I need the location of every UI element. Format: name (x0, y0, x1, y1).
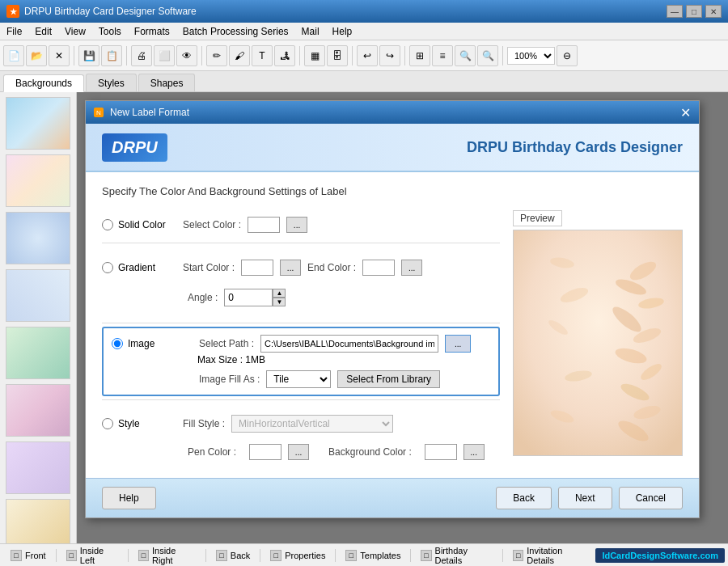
menu-edit[interactable]: Edit (28, 23, 58, 40)
gradient-color-fields: Start Color : ... End Color : ... (183, 260, 500, 276)
status-back[interactable]: □ Back (209, 547, 257, 564)
toolbar-align[interactable]: ≡ (432, 45, 453, 66)
sidebar-thumb-2[interactable] (6, 154, 70, 207)
gradient-start-color-box[interactable] (241, 260, 273, 276)
zoom-select[interactable]: 100% (507, 47, 555, 65)
minimize-button[interactable]: — (667, 5, 683, 18)
tab-styles[interactable]: Styles (86, 74, 137, 91)
toolbar-undo[interactable]: ↩ (357, 45, 378, 66)
toolbar-text[interactable]: T (252, 45, 273, 66)
solid-color-radio-label[interactable]: Solid Color (102, 219, 183, 230)
gradient-start-browse[interactable]: ... (280, 260, 301, 276)
toolbar-pencil[interactable]: ✏ (206, 45, 227, 66)
toolbar-zoom-out[interactable]: 🔍 (477, 45, 498, 66)
image-section: Image Select Path : ... Max Size : 1MB (102, 327, 500, 396)
status-front[interactable]: □ Front (3, 547, 53, 564)
toolbar-new[interactable]: 📄 (3, 45, 24, 66)
help-button[interactable]: Help (102, 487, 156, 509)
pen-color-box[interactable] (249, 444, 281, 460)
inside-right-icon: □ (138, 550, 149, 561)
toolbar-paint[interactable]: 🖌 (229, 45, 250, 66)
bg-color-box[interactable] (425, 444, 457, 460)
status-templates[interactable]: □ Templates (338, 547, 408, 564)
solid-color-box[interactable] (248, 217, 280, 233)
menu-formats[interactable]: Formats (128, 23, 176, 40)
sidebar-thumb-5[interactable] (6, 327, 70, 379)
menu-batch[interactable]: Batch Processing Series (176, 23, 295, 40)
properties-icon: □ (270, 550, 281, 561)
toolbar-print[interactable]: 🖨 (131, 45, 152, 66)
gradient-end-browse[interactable]: ... (401, 260, 422, 276)
path-input[interactable] (260, 335, 438, 353)
fill-style-label: Fill Style : (183, 418, 225, 429)
menu-tools[interactable]: Tools (92, 23, 128, 40)
angle-down-button[interactable]: ▼ (273, 298, 286, 306)
image-label: Image (128, 338, 154, 349)
dialog-body: Specify The Color And Background Setting… (86, 172, 699, 478)
solid-color-browse[interactable]: ... (286, 217, 307, 233)
back-button[interactable]: Back (496, 487, 552, 509)
title-bar: ★ DRPU Birthday Card Designer Software —… (0, 0, 728, 23)
dialog-close-button[interactable]: ✕ (678, 105, 692, 120)
sidebar-thumb-3[interactable] (6, 212, 70, 264)
toolbar-save-as[interactable]: 📋 (101, 45, 122, 66)
fill-style-dropdown[interactable]: MinHorizontalVertical (231, 415, 393, 433)
style-label: Style (118, 418, 140, 429)
sidebar-thumb-6[interactable] (6, 384, 70, 437)
menu-mail[interactable]: Mail (295, 23, 326, 40)
toolbar-close[interactable]: ✕ (49, 45, 70, 66)
angle-input[interactable] (224, 289, 273, 306)
image-row: Image Select Path : ... (112, 335, 490, 353)
tab-shapes[interactable]: Shapes (138, 74, 196, 91)
maximize-button[interactable]: □ (686, 5, 702, 18)
menu-help[interactable]: Help (326, 23, 359, 40)
toolbar-zoom-in[interactable]: 🔍 (455, 45, 476, 66)
image-radio[interactable] (112, 338, 123, 349)
style-radio[interactable] (102, 418, 113, 429)
toolbar-open[interactable]: 📂 (26, 45, 47, 66)
toolbar-print2[interactable]: ⬜ (154, 45, 175, 66)
select-from-library-button[interactable]: Select From Library (337, 370, 440, 388)
status-inside-left[interactable]: □ Inside Left (59, 547, 125, 564)
image-browse-button[interactable]: ... (445, 335, 471, 353)
pen-color-browse[interactable]: ... (288, 444, 309, 460)
tab-backgrounds[interactable]: Backgrounds (3, 74, 84, 92)
sidebar-thumb-1[interactable] (6, 97, 70, 150)
style-radio-label[interactable]: Style (102, 418, 183, 429)
angle-up-button[interactable]: ▲ (273, 289, 286, 298)
menu-file[interactable]: File (0, 23, 28, 40)
gradient-end-color-box[interactable] (362, 260, 395, 276)
close-button[interactable]: ✕ (705, 5, 722, 18)
menu-bar: File Edit View Tools Formats Batch Proce… (0, 23, 728, 40)
sidebar-thumb-4[interactable] (6, 269, 70, 322)
sidebar-thumb-8[interactable] (6, 499, 70, 543)
sidebar-thumb-7[interactable] (6, 441, 70, 494)
status-birthday-details[interactable]: □ Birthday Details (413, 547, 500, 564)
toolbar-redo[interactable]: ↪ (379, 45, 400, 66)
status-properties[interactable]: □ Properties (263, 547, 332, 564)
toolbar-preview[interactable]: 👁 (176, 45, 197, 66)
menu-view[interactable]: View (58, 23, 92, 40)
gradient-section: Gradient Start Color : ... End Color : . (102, 247, 500, 319)
form-area: Solid Color Select Color : ... (102, 210, 500, 465)
solid-color-radio[interactable] (102, 219, 113, 230)
toolbar-db[interactable]: 🗄 (327, 45, 348, 66)
status-sep-3 (205, 549, 206, 562)
fill-dropdown[interactable]: Tile Stretch Center Zoom (266, 370, 331, 388)
bg-color-browse[interactable]: ... (463, 444, 485, 460)
gradient-radio-label[interactable]: Gradient (102, 262, 183, 273)
status-inside-right[interactable]: □ Inside Right (131, 547, 203, 564)
toolbar-zoom-reset[interactable]: ⊖ (557, 45, 578, 66)
solid-color-label: Solid Color (118, 219, 166, 230)
status-invitation-details[interactable]: □ Invitation Details (506, 547, 595, 564)
invitation-icon: □ (513, 550, 523, 561)
image-radio-label[interactable]: Image (112, 338, 193, 349)
next-button[interactable]: Next (558, 487, 612, 509)
gradient-radio[interactable] (102, 262, 113, 273)
toolbar-barcode[interactable]: ▦ (304, 45, 325, 66)
toolbar-save[interactable]: 💾 (78, 45, 99, 66)
cancel-button[interactable]: Cancel (619, 487, 683, 509)
toolbar-img[interactable]: 🏞 (274, 45, 295, 66)
toolbar-grid[interactable]: ⊞ (409, 45, 430, 66)
drpu-logo: DRPU (102, 133, 167, 162)
